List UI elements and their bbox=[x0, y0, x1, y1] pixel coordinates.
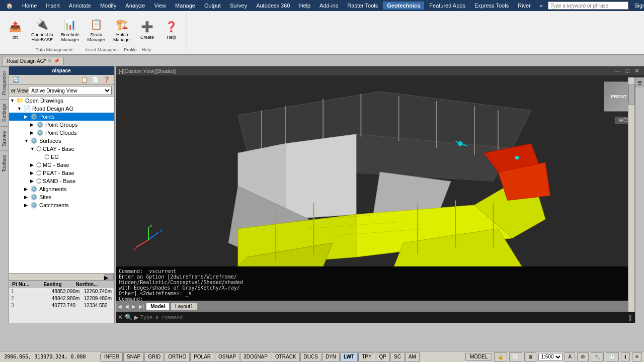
status-btn-ducs[interactable]: DUCS bbox=[300, 352, 321, 361]
status-info[interactable]: ℹ bbox=[621, 352, 630, 361]
layout-tab-layout1[interactable]: Layout1 bbox=[171, 303, 198, 310]
status-btn-otrack[interactable]: OTRACK bbox=[272, 352, 300, 361]
ribbon-btn-hatch[interactable]: 🏗️ HatchManager bbox=[110, 14, 134, 44]
tree-arrow-points[interactable]: ▶ bbox=[24, 114, 30, 119]
menu-raster[interactable]: Raster Tools bbox=[343, 2, 382, 10]
status-btn-sc[interactable]: SC bbox=[390, 352, 405, 361]
menu-river[interactable]: River bbox=[514, 2, 535, 10]
menu-modify[interactable]: Modify bbox=[96, 2, 120, 10]
app-logo[interactable]: 🏠 bbox=[2, 2, 17, 10]
status-btn-qp[interactable]: QP bbox=[376, 352, 390, 361]
status-btn-infer[interactable]: INFER bbox=[101, 352, 123, 361]
tree-arrow-road-design[interactable]: ▼ bbox=[17, 106, 23, 111]
status-btn-3dosnap[interactable]: 3DOSNAP bbox=[240, 352, 271, 361]
menu-analyze[interactable]: Analyze bbox=[121, 2, 149, 10]
menu-help[interactable]: Help bbox=[295, 2, 314, 10]
ribbon-btn-help[interactable]: ❓ Help bbox=[160, 17, 183, 42]
status-annotation[interactable]: A bbox=[565, 352, 575, 361]
menu-output[interactable]: Output bbox=[200, 2, 225, 10]
tree-catchments[interactable]: ▶ ⚙️ Catchments bbox=[9, 201, 114, 209]
status-clock[interactable]: 🕐 bbox=[606, 352, 619, 361]
tree-scrollbar-h[interactable]: ▶ bbox=[9, 273, 114, 280]
toolbar-expand[interactable]: 📄 bbox=[91, 76, 101, 83]
tree-eg[interactable]: ⬡ EG bbox=[9, 153, 114, 161]
scrollbar-thumb[interactable] bbox=[628, 84, 634, 105]
status-btn-osnap[interactable]: OSNAP bbox=[215, 352, 239, 361]
toolbar-refresh[interactable]: 🔄 bbox=[11, 76, 21, 83]
command-input[interactable] bbox=[140, 315, 627, 320]
layout-tab-model[interactable]: Model bbox=[146, 303, 170, 310]
status-btn-tpy[interactable]: TPY bbox=[358, 352, 375, 361]
menu-express-tools[interactable]: Express Tools bbox=[470, 2, 513, 10]
tree-arrow-open-drawings[interactable]: ▼ bbox=[10, 98, 16, 103]
status-btn-polar[interactable]: POLAR bbox=[190, 352, 214, 361]
menu-view[interactable]: View bbox=[150, 2, 170, 10]
tree-arrow-point-groups[interactable]: ▶ bbox=[30, 122, 36, 127]
viewport[interactable]: [-][Custom View][Shaded] — □ ✕ bbox=[116, 66, 644, 323]
tree-open-drawings[interactable]: ▼ 📁 Open Drawings bbox=[9, 97, 114, 105]
menu-autodesk360[interactable]: Autodesk 360 bbox=[252, 2, 294, 10]
layout-nav-last[interactable]: ▶| bbox=[138, 304, 145, 309]
tree-arrow-peat-base[interactable]: ▶ bbox=[30, 170, 36, 175]
scrollbar-vertical[interactable] bbox=[628, 77, 635, 312]
status-lock-icon[interactable]: 🔒 bbox=[494, 352, 507, 361]
tree-arrow-alignments[interactable]: ▶ bbox=[24, 187, 30, 192]
status-gear[interactable]: ⚙ bbox=[577, 352, 589, 361]
props-row-2[interactable]: 2 48842.980m 12209.480m bbox=[9, 295, 114, 302]
toolbar-collapse[interactable]: 📋 bbox=[79, 76, 90, 83]
status-btn-lwt[interactable]: LWT bbox=[340, 352, 358, 361]
signin-btn[interactable]: Sign in bbox=[630, 2, 644, 10]
status-tools[interactable]: 🔧 bbox=[591, 352, 604, 361]
menu-addins[interactable]: Add-ins bbox=[315, 2, 342, 10]
layout-nav-next[interactable]: ▶ bbox=[131, 304, 137, 309]
ribbon-btn-borehole[interactable]: 📊 BoreholeManager bbox=[58, 14, 83, 44]
scale-select[interactable]: 1:500 bbox=[538, 353, 562, 361]
tree-arrow-clay-base[interactable]: ▼ bbox=[30, 146, 36, 151]
view-select[interactable]: Active Drawing View bbox=[29, 86, 112, 95]
menu-annotate[interactable]: Annotate bbox=[65, 2, 95, 10]
menu-insert[interactable]: Insert bbox=[42, 2, 64, 10]
layout-nav-prev[interactable]: ◀ bbox=[124, 304, 130, 309]
search-input[interactable] bbox=[548, 2, 628, 10]
tree-arrow-point-clouds[interactable]: ▶ bbox=[30, 130, 36, 135]
menu-geotechnics[interactable]: Geotechnics bbox=[383, 2, 424, 10]
side-tab-prospector[interactable]: Prospector bbox=[1, 66, 8, 99]
side-tab-settings[interactable]: Settings bbox=[1, 99, 8, 126]
viewport-minimize[interactable]: — bbox=[613, 67, 622, 74]
props-row-3[interactable]: 3 40773.740 12334.550 bbox=[9, 302, 114, 309]
tree-arrow-catchments[interactable]: ▶ bbox=[24, 203, 30, 208]
status-btn-snap[interactable]: SNAP bbox=[123, 352, 144, 361]
status-ui-btn[interactable]: 🖥 bbox=[524, 352, 536, 361]
status-settings[interactable]: ≡ bbox=[632, 352, 642, 361]
right-side-handle[interactable]: ☰ bbox=[635, 77, 644, 87]
status-btn-grid[interactable]: GRID bbox=[144, 352, 164, 361]
status-btn-dyn[interactable]: DYN bbox=[322, 352, 340, 361]
tree-sites[interactable]: ▶ ⚙️ Sites bbox=[9, 193, 114, 201]
col-northing[interactable]: Northin... bbox=[76, 282, 98, 287]
doc-tab-road-design[interactable]: Road Design AG* ✕ 📌 bbox=[2, 57, 64, 65]
tree-mg-base[interactable]: ▶ ⬡ MG - Base bbox=[9, 161, 114, 169]
menu-home[interactable]: Home bbox=[18, 2, 41, 10]
viewport-close[interactable]: ✕ bbox=[633, 67, 641, 74]
tree-surfaces[interactable]: ▼ ⚙️ Surfaces bbox=[9, 137, 114, 145]
cmd-icon-search[interactable]: 🔍 bbox=[125, 314, 132, 321]
menu-overflow[interactable]: » bbox=[536, 2, 547, 10]
tree-road-design[interactable]: ▼ 📄 Road Design AG bbox=[9, 105, 114, 113]
ribbon-btn-strata[interactable]: 📋 StrataManager bbox=[85, 14, 109, 44]
ribbon-btn-port[interactable]: 📤 ort bbox=[4, 17, 26, 42]
viewport-maximize[interactable]: □ bbox=[624, 67, 631, 74]
status-btn-ortho[interactable]: ORTHO bbox=[165, 352, 190, 361]
tree-clay-base[interactable]: ▼ ⬡ CLAY - Base bbox=[9, 145, 114, 153]
tree-alignments[interactable]: ▶ ⚙️ Alignments bbox=[9, 185, 114, 193]
toolbar-help[interactable]: ❓ bbox=[102, 76, 112, 83]
status-btn-am[interactable]: AM bbox=[405, 352, 420, 361]
menu-manage[interactable]: Manage bbox=[171, 2, 199, 10]
tree-arrow-sand-base[interactable]: ▶ bbox=[30, 178, 36, 184]
side-tab-survey[interactable]: Survey bbox=[1, 126, 8, 150]
tree-peat-base[interactable]: ▶ ⬡ PEAT - Base bbox=[9, 169, 114, 177]
col-pt-num[interactable]: Pt Nu... bbox=[12, 282, 29, 287]
tree-arrow-sites[interactable]: ▶ bbox=[24, 195, 30, 200]
tree-point-groups[interactable]: ▶ ⚙️ Point Groups bbox=[9, 121, 114, 129]
ribbon-btn-connect[interactable]: 🔌 Connect toHoleBASE bbox=[28, 14, 56, 44]
col-easting[interactable]: Easting bbox=[43, 282, 61, 287]
